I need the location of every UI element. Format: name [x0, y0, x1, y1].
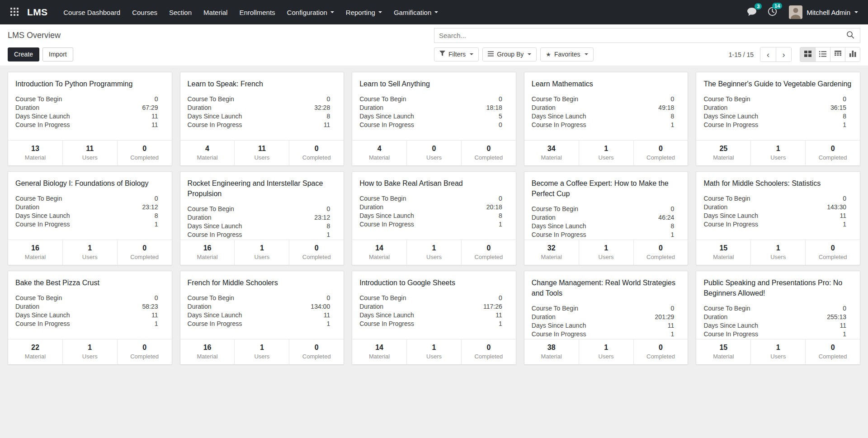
stat-material[interactable]: 14Material [352, 339, 406, 364]
course-title[interactable]: The Beginner's Guide to Vegetable Garden… [703, 79, 853, 89]
stat-users[interactable]: 11Users [234, 141, 289, 165]
menu-courses[interactable]: Courses [126, 0, 163, 24]
course-title[interactable]: General Biology I: Foundations of Biolog… [15, 178, 165, 188]
course-title[interactable]: Rocket Engineering and Interstellar Spac… [188, 178, 337, 199]
course-card[interactable]: Bake the Best Pizza Crust Course To Begi… [8, 271, 172, 365]
stat-completed[interactable]: 0Completed [633, 240, 688, 265]
course-card[interactable]: Rocket Engineering and Interstellar Spac… [180, 171, 344, 265]
messages-button[interactable]: 3 [741, 5, 762, 20]
graph-view-button[interactable] [845, 47, 860, 61]
app-brand[interactable]: LMS [27, 7, 47, 18]
stat-material[interactable]: 15Material [696, 339, 750, 364]
stat-completed[interactable]: 0Completed [117, 339, 172, 364]
menu-course-dashboard[interactable]: Course Dashboard [57, 0, 126, 24]
course-title[interactable]: Learn to Sell Anything [359, 79, 509, 89]
course-card[interactable]: Change Management: Real World Strategies… [524, 271, 689, 365]
stat-users[interactable]: 1Users [62, 339, 117, 364]
stat-material[interactable]: 4Material [180, 141, 235, 165]
course-title[interactable]: Introduction to Google Sheets [359, 278, 509, 288]
filters-button[interactable]: Filters [434, 47, 479, 61]
stat-users[interactable]: 1Users [579, 240, 633, 265]
stat-completed[interactable]: 0Completed [805, 339, 860, 364]
course-card[interactable]: General Biology I: Foundations of Biolog… [8, 171, 172, 265]
course-title[interactable]: Learn Mathematics [532, 79, 681, 89]
stat-completed[interactable]: 0Completed [805, 240, 860, 265]
menu-section[interactable]: Section [163, 0, 198, 24]
stat-completed[interactable]: 0Completed [117, 141, 172, 165]
user-menu[interactable]: Mitchell Admin [783, 5, 862, 19]
pivot-view-button[interactable] [830, 47, 845, 61]
stat-material[interactable]: 15Material [696, 240, 750, 265]
search-button[interactable] [841, 31, 860, 40]
stat-completed[interactable]: 0Completed [461, 339, 516, 364]
course-card[interactable]: French for Middle Schoolers Course To Be… [180, 271, 344, 365]
stat-users[interactable]: 11Users [62, 141, 117, 165]
list-view-button[interactable] [815, 47, 830, 61]
course-title[interactable]: Bake the Best Pizza Crust [15, 278, 165, 288]
stat-users[interactable]: 1Users [234, 240, 289, 265]
course-title[interactable]: How to Bake Real Artisan Bread [359, 178, 509, 188]
pager-next-button[interactable]: › [776, 47, 791, 61]
stat-users[interactable]: 1Users [750, 141, 805, 165]
stat-completed[interactable]: 0Completed [117, 240, 172, 265]
course-card[interactable]: Learn Mathematics Course To Begin0Durati… [524, 72, 689, 166]
course-title[interactable]: Public Speaking and Presentations Pro: N… [703, 278, 853, 298]
course-card[interactable]: The Beginner's Guide to Vegetable Garden… [696, 72, 860, 166]
create-button[interactable]: Create [8, 47, 39, 61]
stat-users[interactable]: 1Users [750, 339, 805, 364]
stat-users[interactable]: 1Users [579, 339, 633, 364]
course-title[interactable]: French for Middle Schoolers [188, 278, 337, 288]
apps-menu-button[interactable] [6, 4, 23, 20]
course-card[interactable]: Math for Middle Schoolers: Statistics Co… [696, 171, 860, 265]
course-card[interactable]: Introduction to Google Sheets Course To … [352, 271, 516, 365]
course-card[interactable]: Learn to Speak: French Course To Begin0D… [180, 72, 344, 166]
stat-material[interactable]: 16Material [180, 240, 235, 265]
import-button[interactable]: Import [42, 47, 73, 61]
stat-users[interactable]: 1Users [579, 141, 633, 165]
course-title[interactable]: Math for Middle Schoolers: Statistics [703, 178, 853, 188]
course-title[interactable]: Learn to Speak: French [188, 79, 337, 89]
menu-configuration[interactable]: Configuration [281, 0, 340, 24]
search-input[interactable] [434, 32, 841, 39]
stat-material[interactable]: 16Material [8, 240, 62, 265]
stat-completed[interactable]: 0Completed [633, 339, 688, 364]
stat-material[interactable]: 34Material [524, 141, 579, 165]
stat-completed[interactable]: 0Completed [289, 240, 344, 265]
stat-material[interactable]: 14Material [352, 240, 406, 265]
stat-material[interactable]: 4Material [352, 141, 406, 165]
stat-material[interactable]: 32Material [524, 240, 579, 265]
stat-completed[interactable]: 0Completed [289, 339, 344, 364]
course-title[interactable]: Become a Coffee Expert: How to Make the … [532, 178, 681, 199]
course-card[interactable]: Introduction To Python Programming Cours… [8, 72, 172, 166]
stat-users[interactable]: 1Users [406, 339, 461, 364]
stat-completed[interactable]: 0Completed [461, 240, 516, 265]
stat-users[interactable]: 1Users [750, 240, 805, 265]
course-card[interactable]: Learn to Sell Anything Course To Begin0D… [352, 72, 516, 166]
stat-material[interactable]: 16Material [180, 339, 235, 364]
course-card[interactable]: Become a Coffee Expert: How to Make the … [524, 171, 689, 265]
kanban-view-button[interactable] [800, 47, 815, 61]
course-card[interactable]: How to Bake Real Artisan Bread Course To… [352, 171, 516, 265]
stat-completed[interactable]: 0Completed [289, 141, 344, 165]
course-title[interactable]: Introduction To Python Programming [15, 79, 165, 89]
menu-gamification[interactable]: Gamification [388, 0, 444, 24]
stat-completed[interactable]: 0Completed [461, 141, 516, 165]
stat-users[interactable]: 1Users [234, 339, 289, 364]
group-by-button[interactable]: Group By [482, 47, 537, 61]
pager-previous-button[interactable]: ‹ [760, 47, 776, 61]
stat-material[interactable]: 25Material [696, 141, 750, 165]
stat-material[interactable]: 38Material [524, 339, 579, 364]
stat-material[interactable]: 22Material [8, 339, 62, 364]
menu-reporting[interactable]: Reporting [340, 0, 388, 24]
stat-completed[interactable]: 0Completed [633, 141, 688, 165]
course-title[interactable]: Change Management: Real World Strategies… [532, 278, 681, 298]
favorites-button[interactable]: ★ Favorites [540, 47, 593, 61]
stat-users[interactable]: 1Users [406, 240, 461, 265]
stat-completed[interactable]: 0Completed [805, 141, 860, 165]
menu-material[interactable]: Material [198, 0, 233, 24]
course-card[interactable]: Public Speaking and Presentations Pro: N… [696, 271, 860, 365]
stat-material[interactable]: 13Material [8, 141, 62, 165]
activities-button[interactable]: 14 [762, 4, 783, 20]
menu-enrollments[interactable]: Enrollments [233, 0, 281, 24]
stat-users[interactable]: 0Users [406, 141, 461, 165]
